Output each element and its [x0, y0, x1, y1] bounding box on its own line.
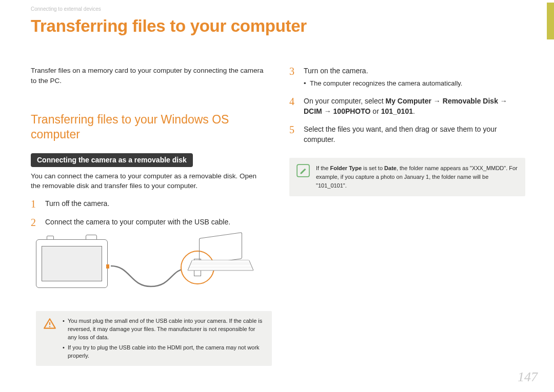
- path-101-0101: 101_0101: [381, 107, 413, 115]
- step-2: 2 Connect the camera to your computer wi…: [31, 217, 267, 228]
- t: On your computer, select: [304, 97, 386, 105]
- step-text: Select the files you want, and then drag…: [304, 124, 525, 145]
- left-column: Transfer files on a memory card to your …: [31, 66, 267, 366]
- step-text: Connect the camera to your computer with…: [45, 217, 267, 227]
- path-removable-disk: Removable Disk: [443, 97, 498, 105]
- usb-connection-figure: [36, 235, 251, 302]
- side-tab: [547, 3, 554, 39]
- step-sublist: The computer recognizes the camera autom…: [304, 79, 525, 89]
- note-text: If the Folder Type is set to Date, the f…: [316, 164, 518, 190]
- laptop-illustration: [190, 235, 251, 276]
- t: If the: [316, 165, 330, 171]
- steps-left: 1 Turn off the camera. 2 Connect the cam…: [31, 198, 267, 228]
- note-callout: If the Folder Type is set to Date, the f…: [289, 158, 525, 196]
- step-text: Turn on the camera. The computer recogni…: [304, 66, 525, 89]
- step-text-main: Turn on the camera.: [304, 67, 368, 75]
- label-date: Date: [384, 165, 397, 171]
- step-text: On your computer, select My Computer → R…: [304, 96, 525, 117]
- caution-icon: [43, 317, 56, 331]
- step-number: 1: [31, 198, 38, 210]
- steps-right: 3 Turn on the camera. The computer recog…: [289, 66, 525, 145]
- path-my-computer: My Computer: [386, 97, 431, 105]
- breadcrumb: Connecting to external devices: [31, 6, 101, 12]
- step-sub-item: The computer recognizes the camera autom…: [304, 79, 525, 89]
- path-100photo: 100PHOTO: [333, 107, 371, 115]
- pencil-note-icon: [296, 164, 310, 177]
- t: is set to: [362, 165, 384, 171]
- step-number: 2: [31, 217, 38, 228]
- step-3: 3 Turn on the camera. The computer recog…: [289, 66, 525, 89]
- step-text: Turn off the camera.: [45, 198, 267, 209]
- arrow: →: [498, 97, 507, 105]
- caution-callout: You must plug the small end of the USB c…: [36, 311, 272, 366]
- section-heading: Transferring files to your Windows OS co…: [31, 112, 267, 142]
- svg-point-1: [49, 326, 50, 327]
- camera-illustration: [36, 239, 108, 288]
- right-column: 3 Turn on the camera. The computer recog…: [289, 66, 525, 196]
- label-folder-type: Folder Type: [330, 165, 362, 171]
- t: or: [370, 107, 381, 115]
- step-number: 3: [289, 66, 296, 77]
- step-5: 5 Select the files you want, and then dr…: [289, 124, 525, 145]
- step-4: 4 On your computer, select My Computer →…: [289, 96, 525, 117]
- path-dcim: DCIM: [304, 107, 322, 115]
- body-text: You can connect the camera to your compu…: [31, 171, 267, 191]
- t: .: [413, 107, 415, 115]
- page-title: Transferring files to your computer: [31, 16, 307, 36]
- step-number: 4: [289, 96, 296, 107]
- step-1: 1 Turn off the camera.: [31, 198, 267, 210]
- intro-text: Transfer files on a memory card to your …: [31, 66, 267, 86]
- step-number: 5: [289, 124, 296, 135]
- arrow: →: [322, 107, 333, 115]
- caution-item: If you try to plug the USB cable into th…: [63, 344, 265, 360]
- page-number: 147: [518, 369, 538, 385]
- caution-list: You must plug the small end of the USB c…: [63, 317, 265, 360]
- arrow: →: [431, 97, 443, 105]
- usb-cable-illustration: [110, 264, 187, 290]
- subsection-pill: Connecting the camera as a removable dis…: [31, 153, 193, 167]
- manual-page: Connecting to external devices Transferr…: [0, 0, 554, 392]
- caution-item: You must plug the small end of the USB c…: [63, 317, 265, 342]
